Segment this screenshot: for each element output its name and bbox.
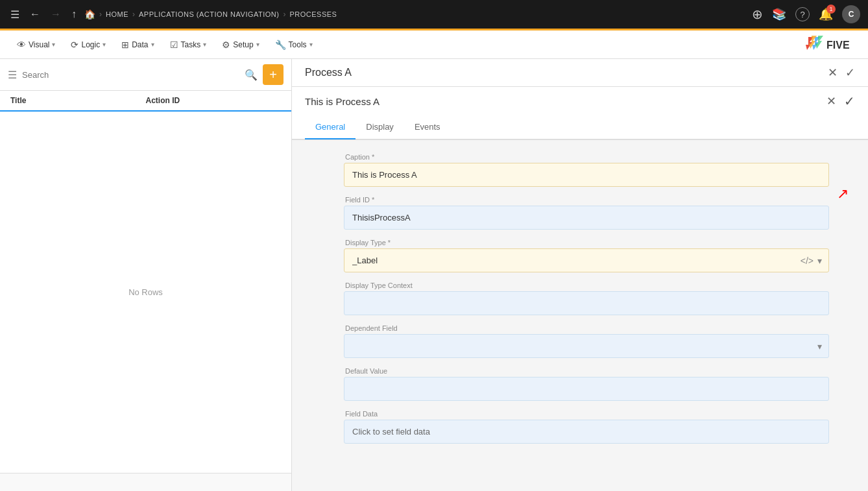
caption-input[interactable] bbox=[344, 163, 829, 187]
display-type-group: Display Type * </> ▾ bbox=[344, 239, 829, 272]
home-icon[interactable]: 🏠 bbox=[84, 9, 95, 19]
breadcrumb-home[interactable]: HOME bbox=[106, 10, 128, 18]
top-right-icons: ⊕ 📚 ? 🔔 1 C bbox=[752, 5, 860, 23]
form-scroll-area[interactable]: Caption * Field ID * Display Type * bbox=[292, 140, 868, 491]
field-id-label: Field ID * bbox=[344, 196, 829, 204]
field-data-label: Field Data bbox=[344, 410, 829, 418]
visual-arrow: ▾ bbox=[52, 41, 55, 48]
table-header: Title Action ID bbox=[0, 91, 291, 112]
dependent-dropdown-icon[interactable]: ▾ bbox=[817, 341, 822, 352]
menu-data[interactable]: ⊞ Data ▾ bbox=[115, 36, 160, 54]
eye-icon: 👁 bbox=[17, 40, 26, 50]
data-icon: ⊞ bbox=[121, 40, 129, 50]
field-id-group: Field ID * bbox=[344, 196, 829, 230]
library-icon[interactable]: 📚 bbox=[772, 7, 786, 21]
tools-arrow: ▾ bbox=[309, 41, 313, 48]
menu-setup[interactable]: ⚙ Setup ▾ bbox=[215, 36, 265, 54]
dependent-field-icons: ▾ bbox=[817, 341, 828, 352]
field-data-input[interactable]: Click to set field data bbox=[344, 420, 829, 444]
sub-form-header: This is Process A ✕ ✓ bbox=[292, 87, 868, 115]
filter-icon[interactable]: ☰ bbox=[8, 69, 17, 81]
dependent-field-row: ▾ bbox=[344, 334, 829, 358]
form-header-actions: ✕ ✓ bbox=[828, 66, 855, 80]
tab-general[interactable]: General bbox=[305, 115, 356, 139]
up-icon[interactable]: ↑ bbox=[69, 6, 79, 23]
right-panel: Process A ✕ ✓ This is Process A ✕ ✓ G bbox=[292, 59, 868, 491]
sub-form-actions: ✕ ✓ bbox=[826, 93, 855, 109]
setup-icon: ⚙ bbox=[222, 40, 230, 50]
notification-badge: 1 bbox=[826, 5, 836, 14]
five-logo: FIVE bbox=[806, 36, 858, 54]
default-value-label: Default Value bbox=[344, 367, 829, 375]
menu-logic[interactable]: ⟳ Logic ▾ bbox=[64, 36, 112, 54]
field-id-input[interactable] bbox=[344, 206, 829, 230]
tasks-icon: ☑ bbox=[170, 40, 178, 50]
sub-form: This is Process A ✕ ✓ General Display Ev… bbox=[292, 87, 868, 140]
sub-form-close-icon[interactable]: ✕ bbox=[826, 94, 836, 108]
setup-arrow: ▾ bbox=[256, 41, 259, 48]
search-bar: ☰ 🔍 + bbox=[0, 59, 291, 91]
dropdown-arrow-icon[interactable]: ▾ bbox=[817, 256, 822, 266]
display-type-input[interactable] bbox=[344, 249, 801, 272]
form-check-icon[interactable]: ✓ bbox=[845, 66, 855, 80]
form-title: Process A bbox=[305, 67, 352, 78]
menu-tools[interactable]: 🔧 Tools ▾ bbox=[269, 36, 319, 54]
field-data-group: Field Data Click to set field data bbox=[344, 410, 829, 444]
form-close-icon[interactable]: ✕ bbox=[828, 66, 838, 80]
dependent-field-label: Dependent Field bbox=[344, 324, 829, 332]
display-type-label: Display Type * bbox=[344, 239, 829, 246]
forward-icon[interactable]: → bbox=[48, 6, 64, 23]
dependent-field-input[interactable] bbox=[344, 335, 817, 357]
data-arrow: ▾ bbox=[151, 41, 154, 48]
form-content: Caption * Field ID * Display Type * bbox=[292, 140, 868, 466]
no-rows-message: No Rows bbox=[0, 112, 291, 473]
avatar[interactable]: C bbox=[842, 5, 860, 23]
default-value-input[interactable] bbox=[344, 377, 829, 401]
right-panel-wrapper: ↗ Process A ✕ ✓ This is Process A ✕ ✓ bbox=[292, 59, 868, 491]
display-type-icons: </> ▾ bbox=[801, 256, 828, 266]
tab-events[interactable]: Events bbox=[404, 115, 451, 139]
help-icon[interactable]: ? bbox=[795, 7, 810, 21]
main-layout: ☰ 🔍 + Title Action ID No Rows ↗ Process … bbox=[0, 59, 868, 491]
dependent-field-group: Dependent Field ▾ bbox=[344, 324, 829, 358]
default-value-group: Default Value bbox=[344, 367, 829, 401]
display-type-context-input[interactable] bbox=[344, 291, 829, 315]
search-icon[interactable]: 🔍 bbox=[245, 69, 258, 81]
breadcrumb: 🏠 › HOME › APPLICATIONS (ACTION NAVIGATI… bbox=[84, 9, 747, 19]
tab-display[interactable]: Display bbox=[356, 115, 404, 139]
svg-text:FIVE: FIVE bbox=[826, 40, 850, 51]
display-type-input-row: </> ▾ bbox=[344, 248, 829, 272]
caption-field-group: Caption * bbox=[344, 153, 829, 187]
five-logo-svg: FIVE bbox=[806, 36, 858, 54]
sub-form-check-icon[interactable]: ✓ bbox=[844, 93, 855, 109]
menu-visual[interactable]: 👁 Visual ▾ bbox=[10, 36, 62, 54]
tasks-arrow: ▾ bbox=[203, 41, 206, 48]
menu-tasks[interactable]: ☑ Tasks ▾ bbox=[163, 36, 213, 54]
field-data-sublabel: Click to set field data bbox=[352, 427, 430, 437]
notification-icon[interactable]: 🔔 1 bbox=[819, 7, 833, 21]
tools-icon: 🔧 bbox=[275, 40, 286, 50]
support-icon[interactable]: ⊕ bbox=[752, 6, 763, 22]
display-type-context-label: Display Type Context bbox=[344, 281, 829, 289]
form-header: Process A ✕ ✓ bbox=[292, 59, 868, 87]
hamburger-icon[interactable]: ☰ bbox=[8, 6, 22, 23]
tabs: General Display Events bbox=[292, 115, 868, 139]
logic-arrow: ▾ bbox=[102, 41, 106, 48]
sub-form-title: This is Process A bbox=[305, 96, 380, 107]
left-panel: ☰ 🔍 + Title Action ID No Rows bbox=[0, 59, 292, 491]
logic-icon: ⟳ bbox=[71, 40, 78, 50]
code-icon[interactable]: </> bbox=[801, 256, 814, 266]
col-action-header: Action ID bbox=[146, 96, 282, 105]
breadcrumb-processes[interactable]: PROCESSES bbox=[289, 10, 337, 18]
caption-label: Caption * bbox=[344, 153, 829, 161]
display-type-context-group: Display Type Context bbox=[344, 281, 829, 315]
breadcrumb-applications[interactable]: APPLICATIONS (ACTION NAVIGATION) bbox=[139, 10, 279, 18]
menu-bar: 👁 Visual ▾ ⟳ Logic ▾ ⊞ Data ▾ ☑ Tasks ▾ … bbox=[0, 30, 868, 59]
left-footer bbox=[0, 473, 291, 491]
add-button[interactable]: + bbox=[263, 64, 283, 85]
col-title-header: Title bbox=[10, 96, 146, 105]
back-icon[interactable]: ← bbox=[27, 6, 43, 23]
top-navigation: ☰ ← → ↑ 🏠 › HOME › APPLICATIONS (ACTION … bbox=[0, 0, 868, 29]
search-input[interactable] bbox=[22, 70, 239, 80]
